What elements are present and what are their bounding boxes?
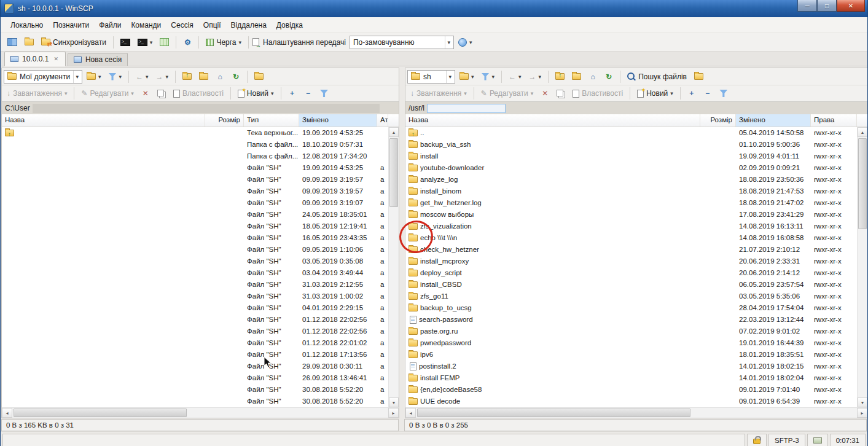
- file-row[interactable]: postinstall.214.01.2019 18:02:15rwxr-xr-…: [405, 361, 857, 372]
- file-row[interactable]: UUE decode09.01.2019 6:54:39rwxr-xr-x: [405, 396, 857, 407]
- local-edit-button[interactable]: ✎Редагувати▾: [78, 86, 136, 101]
- local-back-button[interactable]: ←▾: [133, 69, 152, 84]
- scroll-left-icon[interactable]: ◂: [2, 408, 12, 418]
- scroll-down-icon[interactable]: ▼: [389, 397, 399, 407]
- file-row[interactable]: youtube-downloader02.09.2019 0:09:21rwxr…: [405, 162, 857, 174]
- file-row[interactable]: Файл "SH"19.09.2019 4:53:25a: [2, 162, 388, 174]
- remote-forward-button[interactable]: →▾: [526, 69, 545, 84]
- local-drive-combo[interactable]: Мої документи ▾: [4, 70, 82, 84]
- file-row[interactable]: Файл "SH"31.03.2019 1:00:02a: [2, 291, 388, 302]
- file-row[interactable]: Папка с файл...12.08.2019 17:34:20: [2, 151, 388, 162]
- file-row[interactable]: Тека верхньог...19.09.2019 4:53:25: [2, 127, 388, 139]
- remote-drive-combo[interactable]: sh ▾: [407, 70, 455, 84]
- file-row[interactable]: install_mcproxy20.06.2019 2:33:31rwxr-xr…: [405, 256, 857, 267]
- remote-edit-button[interactable]: ✎Редагувати▾: [478, 86, 536, 101]
- scroll-up-icon[interactable]: ▲: [389, 127, 399, 137]
- title-bar[interactable]: sh - 10.0.0.1 - WinSCP ─ □ ✕: [1, 0, 867, 17]
- local-parent-dir-button[interactable]: [179, 69, 195, 84]
- menu-item[interactable]: Сессія: [166, 18, 198, 32]
- local-path-bar[interactable]: C:\User: [2, 101, 399, 114]
- remote-path-bar[interactable]: /usr/l: [405, 101, 867, 114]
- file-row[interactable]: Файл "SH"01.12.2018 22:01:02a: [2, 337, 388, 349]
- remote-parent-dir-button[interactable]: [552, 69, 568, 84]
- column-header[interactable]: Розмір: [205, 114, 244, 127]
- remote-home-dir-button[interactable]: ⌂: [585, 69, 600, 84]
- local-open-dir-button[interactable]: ▾: [84, 69, 104, 84]
- download-button[interactable]: ↓Звантаження▾: [407, 86, 470, 101]
- file-row[interactable]: paste.org.ru07.02.2019 9:01:02rwxr-xr-x: [405, 326, 857, 337]
- file-row[interactable]: ipv618.01.2019 18:35:51rwxr-xr-x: [405, 349, 857, 361]
- synchronize-button[interactable]: Синхронізувати: [38, 35, 109, 50]
- preferences-button[interactable]: ⚙: [180, 35, 195, 50]
- queue-button[interactable]: Черга ▾: [203, 35, 244, 50]
- find-files-button[interactable]: Пошук файлів: [624, 69, 690, 84]
- file-row[interactable]: Файл "SH"01.12.2018 17:13:56a: [2, 349, 388, 361]
- menu-item[interactable]: Команди: [126, 18, 166, 32]
- local-unselect-button[interactable]: −: [301, 86, 316, 101]
- remote-vertical-scrollbar[interactable]: ▲ ▼: [857, 127, 867, 407]
- minimize-button[interactable]: ─: [797, 0, 817, 12]
- file-row[interactable]: backup_to_ucsg28.04.2019 17:54:04rwxr-xr…: [405, 302, 857, 314]
- file-row[interactable]: moscow выборы17.08.2019 23:41:29rwxr-xr-…: [405, 209, 857, 221]
- remote-selection-filter-button[interactable]: [716, 86, 731, 101]
- remote-select-button[interactable]: +: [684, 86, 699, 101]
- tab-close-icon[interactable]: ✕: [52, 55, 60, 63]
- column-header[interactable]: Назва: [2, 114, 205, 127]
- file-row[interactable]: install FEMP14.01.2019 18:02:04rwxr-xr-x: [405, 372, 857, 384]
- local-root-dir-button[interactable]: [196, 69, 211, 84]
- file-row[interactable]: Файл "SH"01.12.2018 22:02:56a: [2, 314, 388, 326]
- file-row[interactable]: backup_via_ssh01.10.2019 5:00:36rwxr-xr-…: [405, 139, 857, 151]
- local-forward-button[interactable]: →▾: [153, 69, 172, 84]
- local-properties-button[interactable]: Властивості: [170, 86, 227, 101]
- column-header[interactable]: Права: [811, 114, 857, 127]
- tab-new-session[interactable]: Нова сесія: [68, 53, 128, 66]
- file-row[interactable]: analyze_log18.08.2019 23:50:36rwxr-xr-x: [405, 174, 857, 186]
- file-row[interactable]: {en,de}codeBase5809.01.2019 7:01:40rwxr-…: [405, 384, 857, 396]
- menu-item[interactable]: Файли: [94, 18, 126, 32]
- remote-filter-button[interactable]: ▾: [479, 69, 498, 84]
- file-row[interactable]: Файл "SH"26.09.2018 13:46:41a: [2, 372, 388, 384]
- scroll-thumb[interactable]: [417, 409, 690, 417]
- file-row[interactable]: zfs_vizualization14.08.2019 16:13:11rwxr…: [405, 221, 857, 232]
- scroll-down-icon[interactable]: ▼: [858, 397, 867, 407]
- remote-open-dir-button[interactable]: ▾: [456, 69, 477, 84]
- maximize-button[interactable]: □: [817, 0, 837, 12]
- file-row[interactable]: Файл "SH"16.05.2019 23:43:35a: [2, 232, 388, 244]
- file-row[interactable]: Файл "SH"18.05.2019 12:19:41a: [2, 221, 388, 232]
- scroll-up-icon[interactable]: ▲: [858, 127, 867, 137]
- upload-button[interactable]: ↓Завантаження▾: [4, 86, 70, 101]
- file-row[interactable]: Файл "SH"31.03.2019 2:12:55a: [2, 279, 388, 291]
- scroll-right-icon[interactable]: ▸: [388, 408, 399, 418]
- remote-refresh-button[interactable]: ↻: [601, 69, 616, 84]
- file-row[interactable]: Файл "SH"03.05.2019 0:35:08a: [2, 256, 388, 267]
- local-selection-filter-button[interactable]: [317, 86, 332, 101]
- file-row[interactable]: ..05.04.2019 14:50:58rwxr-xr-x: [405, 127, 857, 139]
- remote-back-button[interactable]: ←▾: [506, 69, 525, 84]
- column-header[interactable]: Атр: [377, 114, 388, 127]
- menu-item[interactable]: Локально: [6, 18, 48, 32]
- scroll-right-icon[interactable]: ▸: [857, 408, 867, 418]
- local-home-dir-button[interactable]: ⌂: [213, 69, 227, 84]
- menu-item[interactable]: Довідка: [272, 18, 308, 32]
- file-row[interactable]: Файл "SH"09.09.2019 3:19:57a: [2, 174, 388, 186]
- menu-item[interactable]: Позначити: [48, 18, 94, 32]
- remote-bookmark-button[interactable]: [691, 69, 706, 84]
- file-row[interactable]: Файл "SH"04.01.2019 2:29:15a: [2, 302, 388, 314]
- protocol-cell[interactable]: SFTP-3: [768, 434, 805, 446]
- plugins-button[interactable]: ▾: [455, 35, 475, 50]
- file-row[interactable]: install19.09.2019 4:01:11rwxr-xr-x: [405, 151, 857, 162]
- file-row[interactable]: Файл "SH"24.05.2019 18:35:01a: [2, 209, 388, 221]
- file-row[interactable]: get_hw_hetzner.log18.08.2019 21:47:02rwx…: [405, 197, 857, 209]
- compare-dirs-button[interactable]: [22, 35, 37, 50]
- local-bookmark-button[interactable]: [251, 69, 267, 84]
- background-transfers-button[interactable]: [157, 35, 172, 50]
- local-new-button[interactable]: Новий▾: [235, 86, 277, 101]
- remote-unselect-button[interactable]: −: [700, 86, 715, 101]
- tab-session-10-0-0-1[interactable]: 10.0.0.1 ✕: [4, 52, 66, 66]
- scroll-thumb[interactable]: [389, 138, 398, 207]
- close-button[interactable]: ✕: [837, 0, 865, 12]
- file-row[interactable]: Файл "SH"30.08.2018 5:52:20a: [2, 396, 388, 407]
- remote-new-button[interactable]: Новий▾: [634, 86, 676, 101]
- remote-properties-button[interactable]: Властивості: [569, 86, 626, 101]
- local-vertical-scrollbar[interactable]: ▲ ▼: [388, 127, 399, 407]
